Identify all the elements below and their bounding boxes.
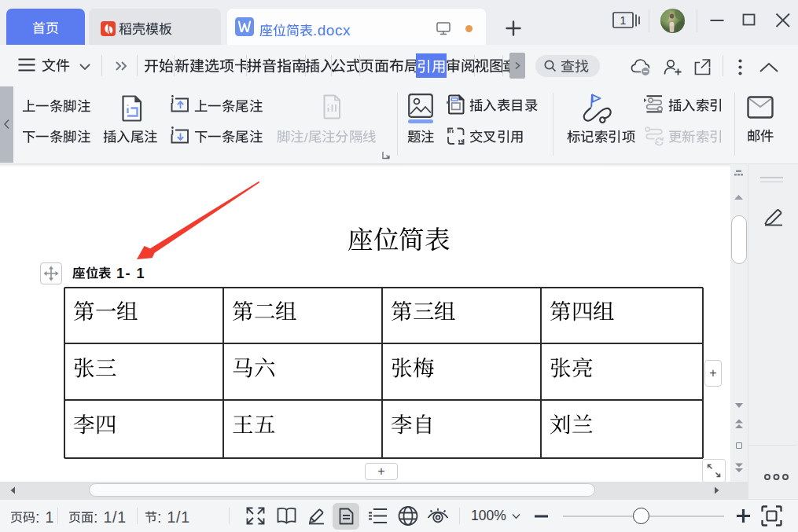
svg-text:1: 1 [620,14,627,27]
